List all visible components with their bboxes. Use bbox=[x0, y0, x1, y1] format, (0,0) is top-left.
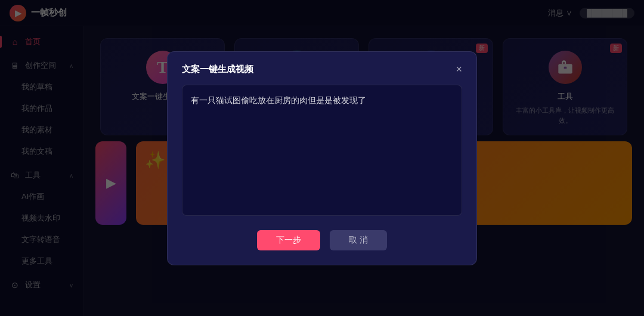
modal-header: 文案一键生成视频 × bbox=[182, 64, 462, 75]
modal-title: 文案一键生成视频 bbox=[182, 64, 253, 75]
next-button[interactable]: 下一步 bbox=[257, 230, 320, 250]
modal-close-button[interactable]: × bbox=[456, 64, 462, 75]
modal-overlay: 文案一键生成视频 × 下一步 取 消 bbox=[0, 0, 644, 316]
modal-textarea[interactable] bbox=[182, 85, 462, 216]
modal-footer: 下一步 取 消 bbox=[182, 230, 462, 250]
cancel-button[interactable]: 取 消 bbox=[330, 230, 387, 250]
modal-dialog: 文案一键生成视频 × 下一步 取 消 bbox=[167, 51, 477, 265]
